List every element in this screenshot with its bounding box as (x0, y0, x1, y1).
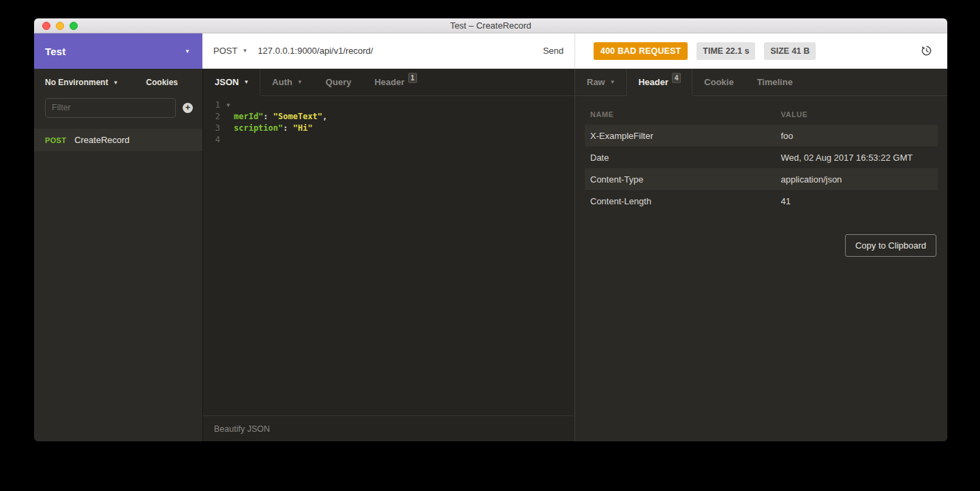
tab-timeline[interactable]: Timeline (746, 69, 805, 95)
close-button[interactable] (42, 22, 50, 30)
size-badge: SIZE 41 B (764, 42, 816, 60)
code-text: merId": "SomeText", (233, 111, 327, 123)
history-icon (921, 45, 932, 57)
tab-label: Header (374, 77, 404, 87)
chevron-down-icon: ▼ (185, 48, 190, 54)
tab-label: Header (639, 77, 669, 87)
chevron-down-icon: ▼ (243, 79, 249, 85)
request-panel: JSON▼Auth▼QueryHeader1 1▼2merId": "SomeT… (202, 69, 575, 441)
code-segment-plain: : (263, 112, 273, 121)
chevron-down-icon: ▼ (113, 80, 119, 86)
time-badge: TIME 22.1 s (696, 42, 755, 60)
method-dropdown[interactable]: POST ▼ (213, 46, 247, 56)
tab-raw[interactable]: Raw▼ (575, 69, 627, 95)
beautify-json-button[interactable]: Beautify JSON (214, 424, 270, 434)
fold-gutter (224, 123, 233, 134)
response-history-button[interactable] (921, 45, 932, 57)
url-bar: POST ▼ 127.0.0.1:9000/api/v1/record/ Sen… (202, 33, 575, 69)
window-title: Test – CreateRecord (450, 20, 531, 31)
tab-label: JSON (215, 77, 239, 87)
chevron-down-icon: ▼ (610, 79, 615, 85)
tab-label: Query (326, 77, 352, 87)
header-name-cell: X-ExampleFilter (585, 131, 776, 141)
code-segment-string: "SomeText" (273, 112, 322, 121)
chevron-down-icon: ▼ (242, 48, 247, 54)
url-input[interactable]: 127.0.0.1:9000/api/v1/record/ (258, 46, 542, 56)
line-number: 2 (203, 111, 224, 123)
table-header-row: NAMEVALUE (585, 104, 938, 125)
tab-count-badge: 1 (408, 73, 418, 83)
tab-auth[interactable]: Auth▼ (260, 69, 314, 95)
tab-label: Cookie (704, 77, 733, 87)
zoom-button[interactable] (70, 22, 78, 30)
code-line: 4 (203, 134, 575, 146)
header-value-cell: application/json (776, 174, 938, 185)
tab-label: Raw (587, 77, 605, 87)
response-headers-table: NAMEVALUEX-ExampleFilterfooDateWed, 02 A… (585, 104, 938, 212)
column-name: NAME (585, 110, 776, 118)
tab-label: Auth (272, 77, 292, 87)
table-row: X-ExampleFilterfoo (585, 125, 938, 146)
fold-gutter (224, 111, 233, 123)
tab-count-badge: 4 (672, 73, 682, 83)
table-row: Content-Length41 (585, 190, 938, 212)
request-list: POST CreateRecord (34, 129, 202, 151)
code-line: 2merId": "SomeText", (203, 111, 575, 123)
environment-dropdown[interactable]: No Environment ▼ (45, 78, 119, 87)
code-segment-plain: , (322, 112, 327, 121)
chevron-down-icon: ▼ (297, 79, 303, 85)
header-name-cell: Content-Type (585, 174, 776, 185)
workspace-name: Test (45, 46, 66, 57)
table-row: Content-Typeapplication/json (585, 168, 938, 190)
request-tabbar: JSON▼Auth▼QueryHeader1 (203, 69, 575, 96)
code-line: 1▼ (203, 99, 575, 111)
code-segment-key: scription" (234, 123, 283, 133)
fold-gutter (224, 134, 233, 146)
code-text (233, 99, 234, 111)
code-segment-string: "Hi" (293, 123, 313, 133)
status-badge: 400 BAD REQUEST (594, 42, 688, 60)
line-number: 1 (203, 99, 224, 111)
tab-header[interactable]: Header1 (363, 69, 429, 95)
header-value-cell: Wed, 02 Aug 2017 16:53:22 GMT (776, 153, 938, 163)
line-number: 3 (203, 123, 224, 134)
tab-json[interactable]: JSON▼ (203, 69, 260, 96)
code-editor[interactable]: 1▼2merId": "SomeText",3scription": "Hi"4 (203, 96, 575, 415)
request-list-item[interactable]: POST CreateRecord (34, 129, 202, 151)
tab-cookie[interactable]: Cookie (692, 69, 745, 95)
table-row: DateWed, 02 Aug 2017 16:53:22 GMT (585, 146, 938, 168)
code-segment-key: merId" (234, 112, 263, 121)
line-number: 4 (203, 134, 224, 146)
minimize-button[interactable] (56, 22, 64, 30)
app-window: Test – CreateRecord Test ▼ POST ▼ 127.0.… (34, 18, 947, 441)
tab-query[interactable]: Query (314, 69, 363, 95)
request-name-label: CreateRecord (74, 135, 129, 145)
copy-to-clipboard-button[interactable]: Copy to Clipboard (845, 234, 936, 257)
header-name-cell: Date (585, 153, 776, 163)
workspace-dropdown[interactable]: Test ▼ (34, 33, 202, 69)
send-button[interactable]: Send (543, 46, 564, 56)
request-method-label: POST (45, 136, 66, 144)
cookies-button[interactable]: Cookies (146, 78, 178, 87)
method-label: POST (213, 46, 237, 56)
header-value-cell: foo (776, 131, 938, 141)
code-text: scription": "Hi" (233, 123, 313, 134)
code-segment-plain: : (283, 123, 292, 133)
response-tabbar: Raw▼Header4CookieTimeline (575, 69, 947, 96)
response-meta-bar: 400 BAD REQUEST TIME 22.1 s SIZE 41 B (575, 33, 947, 69)
column-value: VALUE (776, 110, 938, 118)
fold-arrow-icon[interactable]: ▼ (224, 99, 233, 111)
code-text (233, 134, 234, 146)
titlebar: Test – CreateRecord (34, 18, 947, 33)
add-request-icon[interactable]: + (183, 103, 193, 113)
sidebar: No Environment ▼ Cookies + POST CreateRe… (34, 69, 202, 441)
header-value-cell: 41 (776, 196, 938, 206)
tab-header[interactable]: Header4 (627, 69, 693, 96)
response-panel: Raw▼Header4CookieTimeline NAMEVALUEX-Exa… (575, 69, 947, 441)
filter-input[interactable] (45, 98, 176, 118)
tab-label: Timeline (757, 77, 793, 87)
code-line: 3scription": "Hi" (203, 123, 575, 134)
environment-label: No Environment (45, 78, 108, 87)
header-name-cell: Content-Length (585, 196, 776, 206)
